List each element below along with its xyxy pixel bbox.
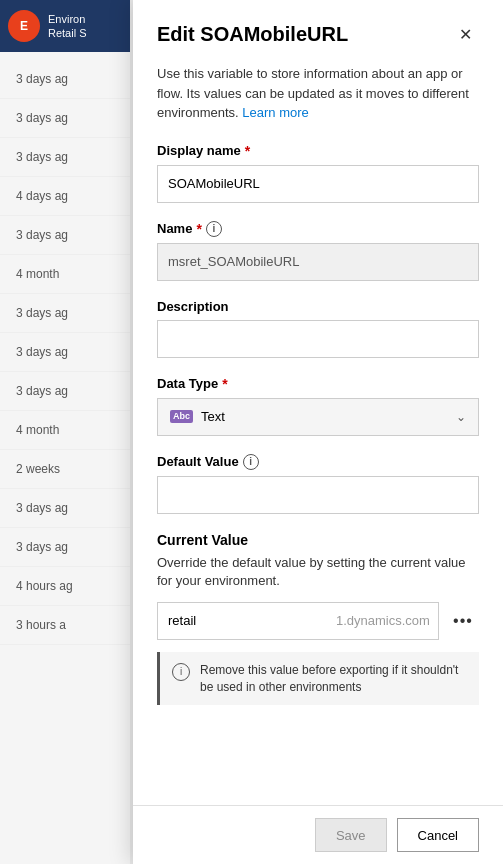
list-item: 3 days ag (0, 372, 130, 411)
default-value-label: Default Value i (157, 454, 479, 470)
current-value-row: 1.dynamics.com ••• (157, 602, 479, 640)
name-info-icon[interactable]: i (206, 221, 222, 237)
list-item: 3 days ag (0, 528, 130, 567)
list-item: 3 days ag (0, 60, 130, 99)
list-item: 4 hours ag (0, 567, 130, 606)
list-item: 3 days ag (0, 333, 130, 372)
modal-body: Use this variable to store information a… (133, 64, 503, 805)
name-input (157, 243, 479, 281)
default-value-info-icon[interactable]: i (243, 454, 259, 470)
modal-description: Use this variable to store information a… (157, 64, 479, 123)
info-box: i Remove this value before exporting if … (157, 652, 479, 706)
list-item: 2 weeks (0, 450, 130, 489)
default-value-field: Default Value i (157, 454, 479, 514)
required-indicator: * (245, 143, 250, 159)
save-button[interactable]: Save (315, 818, 387, 852)
edit-modal: Edit SOAMobileURL ✕ Use this variable to… (133, 0, 503, 864)
modal-title: Edit SOAMobileURL (157, 23, 348, 46)
required-indicator: * (196, 221, 201, 237)
required-indicator: * (222, 376, 227, 392)
current-value-input-wrap: 1.dynamics.com (157, 602, 439, 640)
list-item: 4 days ag (0, 177, 130, 216)
description-field: Description (157, 299, 479, 358)
close-button[interactable]: ✕ (451, 20, 479, 48)
info-box-icon: i (172, 663, 190, 681)
current-value-section: Current Value Override the default value… (157, 532, 479, 706)
modal-header: Edit SOAMobileURL ✕ (133, 0, 503, 64)
default-value-input[interactable] (157, 476, 479, 514)
list-item: 3 days ag (0, 294, 130, 333)
cancel-button[interactable]: Cancel (397, 818, 479, 852)
list-item: 3 days ag (0, 138, 130, 177)
list-item: 4 month (0, 255, 130, 294)
current-value-title: Current Value (157, 532, 479, 548)
data-type-field: Data Type * Abc Text ⌄ (157, 376, 479, 436)
display-name-label: Display name * (157, 143, 479, 159)
bg-list-items: 3 days ag 3 days ag 3 days ag 4 days ag … (0, 60, 130, 645)
modal-footer: Save Cancel (133, 805, 503, 864)
list-item: 3 days ag (0, 216, 130, 255)
current-value-description: Override the default value by setting th… (157, 554, 479, 590)
display-name-field: Display name * (157, 143, 479, 203)
data-type-select[interactable]: Abc Text ⌄ (157, 398, 479, 436)
top-bar-text: Environ Retail S (48, 12, 87, 41)
abc-icon: Abc (170, 410, 193, 423)
chevron-down-icon: ⌄ (456, 410, 466, 424)
more-options-button[interactable]: ••• (447, 605, 479, 637)
current-value-input[interactable] (168, 613, 336, 628)
description-label: Description (157, 299, 479, 314)
list-item: 4 month (0, 411, 130, 450)
display-name-input[interactable] (157, 165, 479, 203)
name-label: Name * i (157, 221, 479, 237)
list-item: 3 days ag (0, 99, 130, 138)
list-item: 3 hours a (0, 606, 130, 645)
name-field: Name * i (157, 221, 479, 281)
current-value-suffix: 1.dynamics.com (336, 613, 430, 628)
description-input[interactable] (157, 320, 479, 358)
info-box-text: Remove this value before exporting if it… (200, 662, 467, 696)
avatar: E (8, 10, 40, 42)
top-bar: E Environ Retail S (0, 0, 130, 52)
list-item: 3 days ag (0, 489, 130, 528)
data-type-label: Data Type * (157, 376, 479, 392)
learn-more-link[interactable]: Learn more (242, 105, 308, 120)
data-type-value: Text (201, 409, 225, 424)
